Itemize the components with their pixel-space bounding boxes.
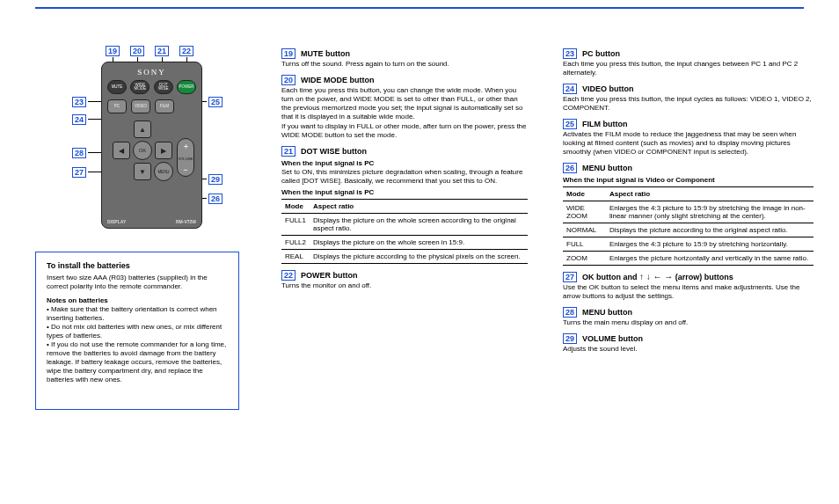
item-num: 23: [563, 48, 577, 59]
table-row: FULLEnlarges the 4:3 picture to 15:9 by …: [563, 237, 813, 252]
item-body: Each time you press this button, the inp…: [563, 95, 813, 113]
page-top-rule: [35, 7, 804, 9]
item-label: DOT WISE button: [301, 147, 367, 156]
item-24: 24VIDEO button Each time you press this …: [563, 84, 813, 113]
td-mode: FULL: [563, 237, 606, 252]
td-desc: Displays the picture on the whole screen…: [310, 236, 528, 250]
callout-num: 25: [208, 97, 223, 107]
item-body: Adjusts the sound level.: [563, 345, 813, 354]
callout-num: 29: [208, 174, 223, 185]
column-left: 19 20 21 22 23 24 28 27: [35, 48, 281, 410]
callout-num: 26: [208, 194, 223, 204]
remote-row-2: PC VIDEO FILM: [107, 99, 196, 113]
item-27: 27 OK button and ↑ ↓ ← → (arrow) buttons…: [563, 272, 813, 301]
item-label: MENU button: [582, 164, 632, 172]
battery-body: Insert two size AAA (R03) batteries (sup…: [47, 274, 228, 291]
item-body: Each time you press this button, the inp…: [563, 60, 813, 77]
item-21: 21DOT WISE button When the input signal …: [281, 146, 528, 264]
item-num: 19: [281, 48, 295, 59]
arrow-down-button[interactable]: ▼: [134, 163, 151, 180]
table-row: NORMALDisplays the picture according to …: [563, 223, 813, 237]
item-num: 25: [563, 119, 577, 129]
callout-num: 28: [72, 148, 86, 158]
pc-button[interactable]: PC: [107, 99, 127, 113]
item-label-part1: OK button and: [582, 273, 639, 281]
item-body: Set to ON, this minimizes picture degrad…: [281, 168, 528, 186]
item-label: POWER button: [301, 271, 358, 280]
item-num: 26: [563, 163, 577, 173]
item-num: 24: [563, 84, 577, 94]
volume-button-group[interactable]: ＋ VOLUME −: [177, 138, 194, 177]
table-row: REALDisplays the picture according to th…: [281, 250, 528, 264]
callout-num: 20: [130, 46, 144, 56]
td-mode: NORMAL: [563, 223, 606, 237]
battery-note-2: • Do not mix old batteries with new ones…: [47, 323, 228, 340]
column-right: 23PC button Each time you press this but…: [563, 48, 813, 360]
item-label: OK button and ↑ ↓ ← → (arrow) buttons: [582, 272, 733, 281]
wide-mode-button[interactable]: WIDE MODE: [130, 80, 150, 94]
item-num: 29: [563, 333, 577, 344]
arrow-left-button[interactable]: ◀: [113, 142, 130, 159]
item-22: 22POWER button Turns the monitor on and …: [281, 270, 528, 290]
power-button[interactable]: POWER: [177, 80, 196, 94]
item-label: VIDEO button: [582, 84, 634, 93]
item-num: 27: [563, 272, 577, 282]
column-middle: 19MUTE button Turns off the sound. Press…: [281, 48, 528, 296]
battery-note-box: To install the batteries Insert two size…: [35, 252, 239, 410]
callout-num: 27: [72, 167, 86, 178]
item-28: 28MENU button Turns the main menu displa…: [563, 307, 813, 327]
item-20: 20WIDE MODE button Each time you press t…: [281, 75, 528, 140]
video-button[interactable]: VIDEO: [131, 99, 150, 113]
item-19: 19MUTE button Turns off the sound. Press…: [281, 48, 528, 69]
callout-num: 21: [155, 46, 169, 56]
callout-num: 22: [179, 46, 193, 56]
table-row: WIDE ZOOMEnlarges the 4:3 picture to 15:…: [563, 201, 813, 223]
item-num: 28: [563, 307, 577, 318]
dot-wise-button[interactable]: DOT WISE: [154, 80, 173, 94]
remote-row-1: MUTE WIDE MODE DOT WISE POWER: [107, 80, 196, 94]
td-mode: ZOOM: [563, 252, 606, 266]
td-desc: Enlarges the 4:3 picture to 15:9 by stre…: [606, 201, 813, 223]
td-mode: FULL2: [281, 236, 310, 250]
item-sub1: If you want to display in FULL or other …: [281, 122, 528, 140]
item-body: Each time you press this button, you can…: [281, 86, 528, 121]
th-aspect: Aspect ratio: [606, 187, 813, 201]
menu-button[interactable]: MENU: [154, 162, 173, 181]
table-heading: When the input signal is PC: [281, 188, 528, 196]
table-row: ZOOMEnlarges the picture horizontally an…: [563, 252, 813, 266]
volume-minus-icon: −: [183, 165, 187, 174]
table-row: FULL1Displays the picture on the whole s…: [281, 214, 528, 236]
remote-footer-left: DISPLAY: [107, 219, 126, 224]
td-desc: Displays the picture according to the ph…: [310, 250, 528, 264]
remote-brand: SONY: [107, 68, 196, 77]
battery-notes-title: Notes on batteries: [47, 296, 228, 305]
battery-note-text: If you do not use the remote commander f…: [47, 340, 226, 383]
td-desc: Displays the picture according to the or…: [606, 223, 813, 237]
volume-label: VOLUME: [179, 157, 193, 161]
item-label: WIDE MODE button: [301, 76, 374, 84]
td-desc: Enlarges the 4:3 picture to 15:9 by stre…: [606, 237, 813, 252]
td-desc: Enlarges the picture horizontally and ve…: [606, 252, 813, 266]
item-body: Turns the monitor on and off.: [281, 281, 528, 290]
callout-num: 23: [72, 97, 86, 107]
item-29: 29VOLUME button Adjusts the sound level.: [563, 333, 813, 354]
remote-body: SONY MUTE WIDE MODE DOT WISE POWER PC VI…: [101, 62, 202, 229]
item-26: 26MENU button When the input signal is V…: [563, 163, 813, 266]
td-desc: Displays the picture on the whole screen…: [310, 214, 528, 236]
arrow-right-button[interactable]: ▶: [155, 142, 172, 159]
item-label: FILM button: [582, 120, 627, 128]
item-label: VOLUME button: [582, 334, 643, 343]
item-num: 20: [281, 75, 295, 85]
battery-note-1: • Make sure that the battery orientation…: [47, 305, 228, 323]
item-body: Turns off the sound. Press again to turn…: [281, 60, 528, 69]
ok-button[interactable]: OK: [133, 141, 152, 160]
item-25: 25FILM button Activates the FILM mode to…: [563, 119, 813, 157]
mute-button[interactable]: MUTE: [107, 80, 127, 94]
item-body: Activates the FILM mode to reduce the ja…: [563, 130, 813, 157]
td-mode: FULL1: [281, 214, 310, 236]
item-body: Use the OK button to select the menu ite…: [563, 283, 813, 301]
arrow-up-button[interactable]: ▲: [134, 121, 151, 138]
battery-title: To install the batteries: [47, 261, 228, 271]
th-mode: Mode: [563, 187, 606, 201]
film-button[interactable]: FILM: [155, 99, 174, 113]
